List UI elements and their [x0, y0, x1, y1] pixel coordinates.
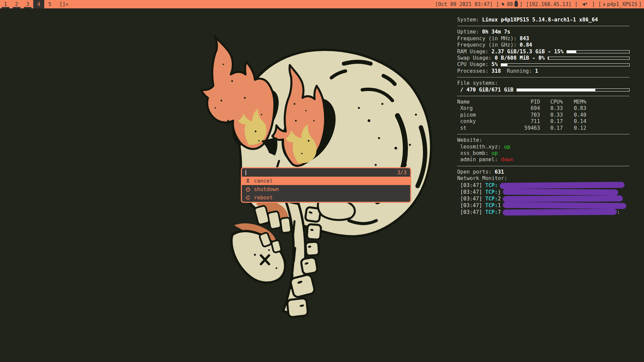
- status-bar: 1 2 3 4 5 []= [Oct 09 2021 03:47] [ 88 ]…: [0, 0, 644, 8]
- menu-item-cancel[interactable]: X cancel: [242, 177, 410, 185]
- separator: [457, 26, 630, 26]
- host-module: [ ∧ p4p1_XPS15 ]: [598, 1, 642, 7]
- net-row: [03:47] TCP: 7 :: [460, 209, 630, 216]
- clock-module: [Oct 09 2021 03:47]: [435, 1, 493, 7]
- cpu-bar: [501, 63, 630, 66]
- layout-symbol[interactable]: []=: [59, 1, 68, 7]
- net-row: [03:47] TCP:: [460, 182, 630, 189]
- redaction-stroke: [503, 188, 618, 195]
- menu-item-reboot[interactable]: reboot: [242, 193, 410, 202]
- battery-icon: [515, 2, 518, 7]
- workspace-tags: 1 2 3 4 5: [0, 0, 55, 8]
- col-cpu: CPU%: [540, 99, 563, 105]
- ip-module: [192.168.45.13]: [526, 1, 571, 7]
- cpu-line: CPU Usage:5%: [457, 61, 630, 68]
- volume-module: [ ]: [575, 1, 595, 7]
- swap-line: Swap Usage:0 B/608 MiB - 0%: [457, 55, 630, 61]
- plug-icon: [500, 2, 505, 7]
- text-cursor: [246, 170, 246, 175]
- uptime-line: Uptime:0h 34m 7s: [457, 29, 630, 35]
- filesystem-bar: [517, 88, 630, 92]
- hostname: p4p1_XPS15: [607, 1, 637, 7]
- proc-name: Xorg: [457, 105, 499, 112]
- redaction-stroke: [500, 182, 625, 189]
- processes-line: Processes:318Running:1: [457, 68, 630, 74]
- separator: [457, 96, 630, 96]
- freq-ghz-line: Frequency (in GHz):0.84: [457, 42, 630, 48]
- freq-mhz-line: Frequency (in MHz):843: [457, 36, 630, 42]
- redaction-stroke: [503, 208, 617, 215]
- filesystems-title: File systems:: [457, 80, 630, 86]
- status-down: down: [501, 157, 513, 163]
- redaction-stroke: [503, 202, 626, 209]
- redaction-stroke: [503, 195, 623, 202]
- net-row: [03:47] TCP: 1: [460, 202, 630, 209]
- status-up: up: [491, 150, 498, 156]
- website-title: Website:: [457, 137, 630, 143]
- ram-bar: [567, 50, 630, 53]
- filesystem-root-line: / 470 GiB/671 GiB: [457, 87, 630, 93]
- jaw-bone: [231, 231, 285, 283]
- website-row: leosmith.xyz: up: [457, 144, 630, 150]
- col-pid: PID: [499, 99, 540, 105]
- proc-name: conky: [457, 118, 499, 125]
- separator: [457, 134, 630, 134]
- tag-3[interactable]: 3: [22, 0, 33, 8]
- website-row: xss_bomb: up: [457, 150, 630, 157]
- power-menu: 3/3 X cancel shutdown reboot: [241, 167, 411, 203]
- cancel-x-icon: X: [245, 178, 251, 184]
- net-row: [03:47] TCP: j: [460, 189, 630, 195]
- tag-5[interactable]: 5: [44, 0, 55, 8]
- menu-item-shutdown[interactable]: shutdown: [242, 185, 410, 193]
- conky-monitor: System:Linux p4p1XPS15 5.14.8-arch1-1 x8…: [457, 17, 630, 216]
- tag-1[interactable]: 1: [0, 0, 11, 8]
- proc-name: st: [457, 125, 499, 131]
- col-name: Name: [457, 99, 499, 105]
- power-icon: [245, 187, 251, 192]
- website-row: admin panel: down: [457, 157, 630, 163]
- tag-4[interactable]: 4: [33, 0, 44, 8]
- separator: [457, 166, 630, 166]
- reboot-icon: [245, 195, 251, 200]
- status-modules: [Oct 09 2021 03:47] [ 88 ] [192.168.45.1…: [435, 1, 644, 7]
- col-mem: MEM%: [563, 99, 586, 105]
- network-monitor-title: Network Monitor:: [457, 175, 630, 182]
- net-row: [03:47] TCP: 2: [460, 195, 630, 202]
- volume-muted-icon: [582, 2, 588, 7]
- proc-name: picom: [457, 112, 499, 118]
- menu-search-input[interactable]: 3/3: [242, 168, 410, 177]
- battery-percent: 88: [507, 1, 513, 7]
- caret-up-icon: ∧: [603, 1, 606, 7]
- process-table: Name PID CPU% MEM% Xorg 694 0.33 0.83 pi…: [457, 99, 630, 131]
- status-up: up: [504, 144, 511, 150]
- ram-line: RAM Usage:2.37 GiB/15.3 GiB - 15%: [457, 49, 630, 55]
- system-line: System:Linux p4p1XPS15 5.14.8-arch1-1 x8…: [457, 17, 630, 23]
- tag-2[interactable]: 2: [11, 0, 22, 8]
- separator: [457, 77, 630, 77]
- match-counter: 3/3: [397, 170, 407, 176]
- network-monitor-rows: [03:47] TCP: [03:47] TCP: j [03:47] TCP:…: [457, 182, 630, 216]
- open-ports-line: Open ports:631: [457, 169, 630, 175]
- battery-module: [ 88 ]: [496, 1, 523, 7]
- swap-bar: [548, 57, 630, 60]
